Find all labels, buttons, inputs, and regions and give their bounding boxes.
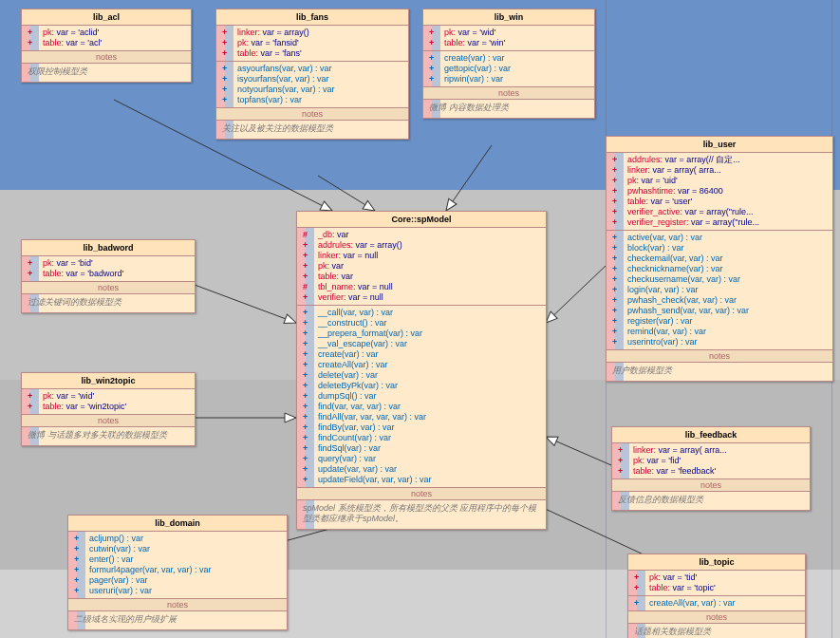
class-attribute: +pk: var = 'fid' (633, 456, 806, 466)
notes-header: notes (607, 350, 832, 363)
class-method: +createAll(var) : var (318, 360, 542, 370)
class-method: +find(var, var, var) : var (318, 402, 542, 412)
class-method: +acljump() : var (89, 534, 283, 544)
class-box-lib_user[interactable]: lib_user+addrules: var = array(// 自定...+… (606, 136, 833, 382)
class-method: +checkusername(var, var) : var (627, 274, 829, 285)
class-title: lib_topic (628, 554, 805, 571)
class-method: +checkemail(var, var) : var (627, 253, 829, 264)
class-section: +pk: var = 'aclid'+table: var = 'acl' (22, 26, 191, 51)
class-method: +findSql(var) : var (318, 443, 542, 454)
notes-header: notes (216, 108, 408, 121)
class-attribute: +linker: var = array( arra... (633, 445, 806, 456)
class-attribute: +addrules: var = array() (318, 240, 542, 251)
class-method: +pager(var) : var (89, 575, 283, 586)
class-box-lib_win[interactable]: lib_win+pk: var = 'wid'+table: var = 'wi… (422, 9, 595, 119)
class-title: lib_feedback (612, 427, 810, 443)
class-title: lib_win2topic (22, 373, 195, 389)
class-box-lib_win2topic[interactable]: lib_win2topic+pk: var = 'wid'+table: var… (21, 372, 196, 446)
class-method: +cutwin(var) : var (89, 544, 283, 554)
class-method: +query(var) : var (318, 454, 542, 464)
class-attribute: +table: var = 'acl' (43, 38, 187, 48)
class-note: 话题相关数据模型类 (628, 624, 805, 638)
class-attribute: +pk: var = 'fansid' (237, 38, 404, 48)
notes-header: notes (68, 599, 287, 611)
class-method: +findAll(var, var, var, var) : var (318, 412, 542, 422)
class-section: +linker: var = array( arra...+pk: var = … (612, 443, 810, 479)
class-method: +isyourfans(var, var) : var (237, 74, 404, 84)
class-method: +findBy(var, var) : var (318, 422, 542, 433)
class-section: +create(var) : var+gettopic(var) : var+r… (423, 51, 594, 87)
class-section: +__call(var, var) : var+__construct() : … (297, 306, 546, 488)
class-box-lib_badword[interactable]: lib_badword+pk: var = 'bid'+table: var =… (21, 239, 196, 313)
class-note: 过滤关键词的数据模型类 (22, 294, 195, 312)
class-method: +remind(var, var) : var (627, 327, 829, 337)
class-attribute: +pk: var = 'tid' (649, 572, 801, 583)
class-method: +update(var, var) : var (318, 464, 542, 475)
class-method: +block(var) : var (627, 243, 829, 253)
class-box-lib_feedback[interactable]: lib_feedback+linker: var = array( arra..… (611, 426, 811, 511)
class-attribute: +table: var = 'user' (627, 197, 829, 207)
class-method: +findCount(var) : var (318, 433, 542, 443)
class-section: +createAll(var, var) : var (628, 596, 805, 611)
class-title: lib_fans (216, 9, 408, 26)
diagram-canvas: lib_acl+pk: var = 'aclid'+table: var = '… (0, 0, 840, 638)
class-section: +pk: var = 'wid'+table: var = 'win' (423, 26, 594, 51)
class-note: 二级域名实现的用户级扩展 (68, 611, 287, 629)
class-attribute: +linker: var = array( arra... (627, 165, 829, 176)
class-note: 关注以及被关注的数据模型类 (216, 121, 408, 139)
class-attribute: +verifier_register: var = array("rule... (627, 217, 829, 228)
class-box-lib_acl[interactable]: lib_acl+pk: var = 'aclid'+table: var = '… (21, 9, 192, 83)
class-method: +register(var) : var (627, 316, 829, 327)
class-attribute: +table: var = 'badword' (43, 269, 191, 279)
class-note: 用户数据模型类 (607, 363, 832, 381)
class-method: +pwhash_check(var, var) : var (627, 295, 829, 306)
class-attribute: +pk: var = 'uid' (627, 176, 829, 186)
class-method: +create(var) : var (444, 53, 590, 64)
class-method: +login(var, var) : var (627, 285, 829, 295)
class-title: Core::spModel (297, 212, 546, 228)
class-attribute: +table: var = 'win2topic' (43, 402, 191, 412)
class-method: +__construct() : var (318, 318, 542, 328)
class-attribute: +table: var = 'fans' (237, 48, 404, 59)
class-method: +gettopic(var) : var (444, 64, 590, 74)
class-method: +active(var, var) : var (627, 233, 829, 243)
class-method: +pwhash_send(var, var, var) : var (627, 306, 829, 316)
class-method: +updateField(var, var, var) : var (318, 475, 542, 485)
class-box-lib_domain[interactable]: lib_domain+acljump() : var+cutwin(var) :… (67, 515, 288, 630)
class-method: +deleteByPk(var) : var (318, 381, 542, 391)
notes-header: notes (22, 282, 195, 294)
class-section: +acljump() : var+cutwin(var) : var+enter… (68, 532, 287, 599)
class-attribute: +pk: var = 'wid' (43, 391, 191, 402)
class-title: lib_win (423, 9, 594, 26)
class-method: +__val_escape(var) : var (318, 339, 542, 349)
class-title: lib_user (607, 137, 832, 153)
class-method: +__prepera_format(var) : var (318, 328, 542, 339)
class-attribute: +pk: var = 'bid' (43, 258, 191, 269)
class-method: +ripwin(var) : var (444, 74, 590, 84)
class-method: +userintro(var) : var (627, 337, 829, 347)
class-attribute: +table: var = 'feedback' (633, 466, 806, 477)
class-title: lib_acl (22, 9, 191, 26)
class-method: +checknickname(var) : var (627, 264, 829, 274)
notes-header: notes (22, 51, 191, 64)
class-attribute: +linker: var = array() (237, 28, 404, 38)
class-method: +createAll(var, var) : var (649, 598, 801, 609)
class-attribute: #tbl_name: var = null (318, 282, 542, 292)
class-section: +addrules: var = array(// 自定...+linker: … (607, 153, 832, 231)
class-note: 微博 与话题多对多关联的数据模型类 (22, 427, 195, 445)
class-attribute: +verifier_active: var = array("rule... (627, 207, 829, 217)
class-method: +enter() : var (89, 554, 283, 565)
class-method: +notyourfans(var, var) : var (237, 84, 404, 95)
class-box-core[interactable]: Core::spModel#_db: var+addrules: var = a… (296, 211, 547, 530)
class-attribute: +pk: var (318, 261, 542, 272)
class-method: +topfans(var) : var (237, 95, 404, 105)
class-section: +pk: var = 'bid'+table: var = 'badword' (22, 256, 195, 282)
class-box-lib_topic[interactable]: lib_topic+pk: var = 'tid'+table: var = '… (627, 554, 806, 638)
class-attribute: +verifier: var = null (318, 292, 542, 303)
class-section: +asyourfans(var, var) : var+isyourfans(v… (216, 62, 408, 108)
class-attribute: +table: var = 'win' (444, 38, 590, 48)
notes-header: notes (612, 479, 810, 492)
class-note: 反馈信息的数据模型类 (612, 492, 810, 510)
class-attribute: #_db: var (318, 230, 542, 240)
class-box-lib_fans[interactable]: lib_fans+linker: var = array()+pk: var =… (215, 9, 409, 140)
